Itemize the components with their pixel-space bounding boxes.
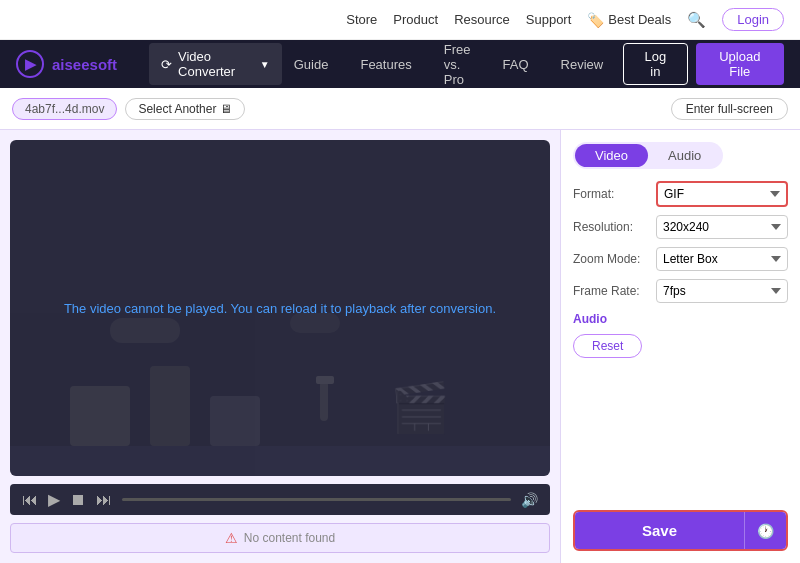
video-bg: 🎬 (10, 308, 550, 476)
framerate-row: Frame Rate: 7fps 15fps 24fps 30fps (573, 279, 788, 303)
format-row: Format: GIF MP4 AVI MOV WEBM (573, 181, 788, 207)
video-player: 🎬 The video cannot be played. You can re… (10, 140, 550, 476)
search-icon[interactable]: 🔍 (687, 11, 706, 29)
progress-bar[interactable] (122, 498, 511, 501)
audio-section-label[interactable]: Audio (573, 311, 788, 326)
flag-icon: 🏷️ (587, 12, 604, 28)
zoom-select[interactable]: Letter Box Pan & Scan Full (656, 247, 788, 271)
framerate-select[interactable]: 7fps 15fps 24fps 30fps (656, 279, 788, 303)
settings-section: Format: GIF MP4 AVI MOV WEBM Resolution:… (573, 181, 788, 358)
main-navigation: ▶ aiseesoft ⟳ Video Converter ▼ Guide Fe… (0, 40, 800, 88)
faq-link[interactable]: FAQ (491, 53, 541, 76)
content-area: 🎬 The video cannot be played. You can re… (0, 130, 800, 563)
pole (320, 381, 328, 421)
no-content-label: No content found (244, 531, 335, 545)
right-panel: Video Audio Format: GIF MP4 AVI MOV WEBM (560, 130, 800, 563)
store-link[interactable]: Store (346, 12, 377, 27)
select-another-button[interactable]: Select Another 🖥 (125, 98, 245, 120)
fast-forward-button[interactable]: ⏭ (96, 491, 112, 509)
save-clock-button[interactable]: 🕐 (744, 512, 786, 549)
chevron-down-icon: ▼ (260, 59, 270, 70)
stop-button[interactable]: ⏹ (70, 491, 86, 509)
sub-navigation: 4ab7f...4d.mov Select Another 🖥 Enter fu… (0, 88, 800, 130)
select-another-label: Select Another (138, 102, 216, 116)
sign (316, 376, 334, 384)
save-button-wrapper: Save 🕐 (573, 510, 788, 551)
logo-ai: ai (52, 56, 65, 73)
guide-link[interactable]: Guide (282, 53, 341, 76)
cloud-1 (110, 318, 180, 343)
product-link[interactable]: Product (393, 12, 438, 27)
top-nav-links: Store Product Resource Support (346, 12, 571, 27)
free-vs-pro-link[interactable]: Free vs. Pro (432, 38, 483, 91)
features-link[interactable]: Features (348, 53, 423, 76)
monitor-icon: 🖥 (220, 102, 232, 116)
tab-audio[interactable]: Audio (648, 144, 721, 167)
tab-video[interactable]: Video (575, 144, 648, 167)
format-label: Format: (573, 187, 648, 201)
log-in-button[interactable]: Log in (623, 43, 687, 85)
login-button[interactable]: Login (722, 8, 784, 31)
ground (10, 446, 550, 476)
review-link[interactable]: Review (549, 53, 616, 76)
film-icon: 🎬 (390, 380, 450, 436)
format-select-wrapper: GIF MP4 AVI MOV WEBM (656, 181, 788, 207)
fullscreen-button[interactable]: Enter full-screen (671, 98, 788, 120)
app-title: aiseesoft (52, 56, 117, 73)
resolution-row: Resolution: 320x240 640x480 1280x720 (573, 215, 788, 239)
converter-icon: ⟳ (161, 57, 172, 72)
top-navigation: Store Product Resource Support 🏷️ Best D… (0, 0, 800, 40)
video-controls: ⏮ ▶ ⏹ ⏭ 🔊 (10, 484, 550, 515)
video-message: The video cannot be played. You can relo… (44, 301, 516, 316)
rewind-button[interactable]: ⏮ (22, 491, 38, 509)
logo-area: ▶ aiseesoft (16, 50, 117, 78)
format-select[interactable]: GIF MP4 AVI MOV WEBM (656, 181, 788, 207)
format-tabs: Video Audio (573, 142, 723, 169)
save-section: Save 🕐 (573, 510, 788, 551)
save-button[interactable]: Save (575, 512, 744, 549)
cloud-2 (290, 313, 340, 333)
main-nav-links: Guide Features Free vs. Pro FAQ Review (282, 38, 615, 91)
clock-icon: 🕐 (757, 523, 774, 539)
no-content-bar: ⚠ No content found (10, 523, 550, 553)
logo-seesoft: seesoft (65, 56, 118, 73)
resource-link[interactable]: Resource (454, 12, 510, 27)
reset-wrapper: Reset (573, 334, 788, 358)
resolution-select[interactable]: 320x240 640x480 1280x720 (656, 215, 788, 239)
building-1 (70, 386, 130, 446)
video-area: 🎬 The video cannot be played. You can re… (0, 130, 560, 563)
resolution-label: Resolution: (573, 220, 648, 234)
support-link[interactable]: Support (526, 12, 572, 27)
file-name-badge: 4ab7f...4d.mov (12, 98, 117, 120)
warning-icon: ⚠ (225, 530, 238, 546)
building-3 (210, 396, 260, 446)
best-deals[interactable]: 🏷️ Best Deals (587, 12, 671, 28)
building-2 (150, 366, 190, 446)
zoom-row: Zoom Mode: Letter Box Pan & Scan Full (573, 247, 788, 271)
upload-file-button[interactable]: Upload File (696, 43, 784, 85)
framerate-label: Frame Rate: (573, 284, 648, 298)
converter-label: Video Converter (178, 49, 254, 79)
best-deals-label: Best Deals (608, 12, 671, 27)
logo-icon: ▶ (16, 50, 44, 78)
converter-dropdown[interactable]: ⟳ Video Converter ▼ (149, 43, 282, 85)
volume-icon[interactable]: 🔊 (521, 492, 538, 508)
zoom-label: Zoom Mode: (573, 252, 648, 266)
reset-button[interactable]: Reset (573, 334, 642, 358)
play-button[interactable]: ▶ (48, 490, 60, 509)
sub-nav-right: Enter full-screen (671, 98, 788, 120)
